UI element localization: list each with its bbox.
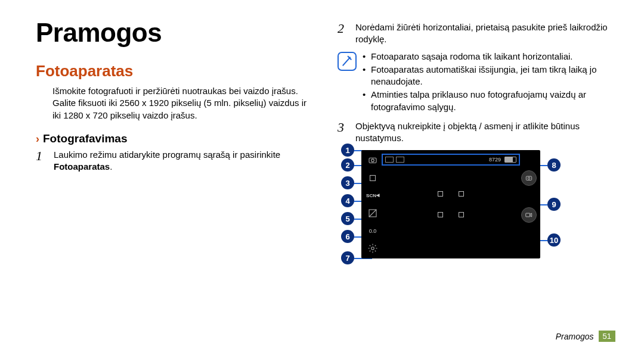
note-item: Atminties talpa priklauso nuo fotografuo… <box>363 89 615 113</box>
svg-point-4 <box>371 247 374 250</box>
note-item: Fotoaparato sąsaja rodoma tik laikant ho… <box>363 51 615 63</box>
settings-icon[interactable] <box>365 241 380 256</box>
resolution-icon <box>385 157 394 163</box>
step-3: 3 Objektyvą nukreipkite į objektą / asme… <box>338 120 615 145</box>
step-2: 2 Norėdami žiūrėti horizontaliai, prieta… <box>338 21 615 46</box>
record-button[interactable] <box>521 207 537 223</box>
svg-point-6 <box>528 177 530 180</box>
page-number: 51 <box>599 331 615 342</box>
note-icon <box>338 52 357 71</box>
svg-rect-2 <box>370 175 376 180</box>
scene-mode-icon[interactable]: SCN◀ <box>365 188 380 203</box>
step-text: Norėdami žiūrėti horizontaliai, prietais… <box>355 21 615 46</box>
note-list: Fotoaparato sąsaja rodoma tik laikant ho… <box>363 51 615 114</box>
storage-icon <box>396 157 404 163</box>
focus-indicator <box>438 191 464 217</box>
callout-4: 4 <box>341 194 354 207</box>
callout-1: 1 <box>341 144 354 157</box>
shooting-mode-icon[interactable] <box>365 170 380 186</box>
svg-point-1 <box>371 159 374 162</box>
camera-diagram: 1 2 3 4 5 6 7 8 9 10 <box>361 150 615 258</box>
intro-text: Išmokite fotografuoti ir peržiūrėti nuot… <box>52 85 314 121</box>
section-heading: Fotoaparatas <box>36 62 314 80</box>
step-text: Objektyvą nukreipkite į objektą / asmenį… <box>355 120 615 145</box>
step-number: 3 <box>338 120 349 145</box>
chevron-icon: › <box>36 133 39 144</box>
camera-preview: 8729 SCN◀ <box>361 150 540 258</box>
shutter-button[interactable] <box>521 170 537 186</box>
subsection-heading: › Fotografavimas <box>36 132 314 145</box>
callout-8: 8 <box>547 158 561 172</box>
battery-icon <box>504 157 516 163</box>
right-column: 2 Norėdami žiūrėti horizontaliai, prieta… <box>338 18 615 258</box>
exposure-icon[interactable] <box>365 205 380 221</box>
page-title: Pramogos <box>36 18 314 48</box>
exposure-value[interactable]: 0.0 <box>365 223 380 239</box>
svg-rect-0 <box>369 158 376 163</box>
camera-status-bar: 8729 <box>382 154 520 166</box>
callout-10: 10 <box>547 233 561 247</box>
callout-5: 5 <box>341 212 354 225</box>
left-column: Pramogos Fotoaparatas Išmokite fotografu… <box>36 18 314 258</box>
svg-rect-7 <box>526 213 530 217</box>
note-box: Fotoaparato sąsaja rodoma tik laikant ho… <box>338 51 615 114</box>
svg-rect-5 <box>526 176 531 180</box>
callout-9: 9 <box>547 198 561 211</box>
callout-6: 6 <box>341 230 354 243</box>
note-item: Fotoaparatas automatiškai išsijungia, je… <box>363 64 615 88</box>
callout-3: 3 <box>341 176 354 189</box>
camera-right-toolbar <box>521 170 537 223</box>
footer-label: Pramogos <box>556 332 594 341</box>
switch-camera-icon[interactable] <box>365 152 380 168</box>
page-footer: Pramogos 51 <box>556 331 615 342</box>
callout-2: 2 <box>341 158 354 172</box>
shots-remaining: 8729 <box>489 157 501 163</box>
step-text: Laukimo režimu atidarykite programų sąra… <box>54 149 314 173</box>
step-1: 1 Laukimo režimu atidarykite programų są… <box>36 149 314 173</box>
camera-left-toolbar: SCN◀ 0.0 <box>365 152 380 256</box>
subsection-label: Fotografavimas <box>43 132 127 145</box>
step-number: 2 <box>338 21 349 46</box>
callout-7: 7 <box>341 251 354 264</box>
step-number: 1 <box>36 149 48 173</box>
page: Pramogos Fotoaparatas Išmokite fotografu… <box>0 0 644 258</box>
status-icons <box>385 157 404 163</box>
